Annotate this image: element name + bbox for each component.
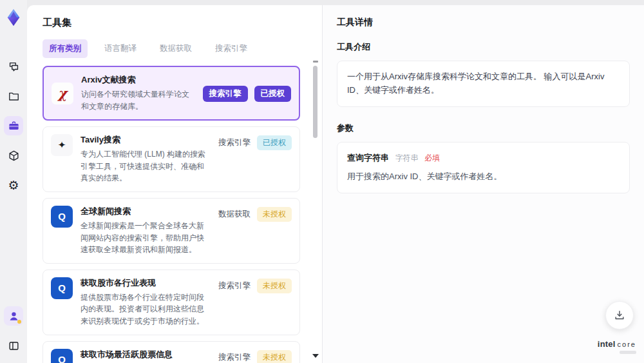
tool-status-badge: 未授权	[257, 207, 292, 222]
scrollbar-thumb[interactable]	[313, 66, 317, 138]
tool-name: Arxiv文献搜索	[81, 74, 195, 86]
param-box: 查询字符串 字符串 必填 用于搜索的Arxiv ID、关键字或作者姓名。	[337, 142, 630, 194]
param-type: 字符串	[395, 153, 419, 162]
user-status-dot	[17, 320, 21, 324]
intel-logo-subline	[620, 351, 636, 354]
tool-category-badge: 数据获取	[218, 209, 251, 220]
tool-detail-panel: 工具详情 工具介绍 一个用于从Arxiv存储库搜索科学论文和文章的工具。 输入可…	[322, 5, 644, 363]
param-required-badge: 必填	[424, 153, 440, 162]
scrollbar-down-arrow-icon[interactable]	[312, 354, 319, 358]
tool-row[interactable]: ✦ Tavily搜索 专为人工智能代理 (LLM) 构建的搜索引擎工具，可快速提…	[43, 126, 300, 192]
tool-category-badge: 搜索引擎	[218, 352, 251, 363]
tool-badges: 数据获取 未授权	[218, 207, 292, 222]
tool-list: χ Arxiv文献搜索 访问各个研究领域大量科学论文和文章的存储库。 搜索引擎 …	[43, 66, 309, 363]
intro-box: 一个用于从Arxiv存储库搜索科学论文和文章的工具。 输入可以是Arxiv ID…	[337, 61, 630, 107]
download-button[interactable]	[605, 301, 634, 329]
page-title: 工具集	[43, 17, 309, 29]
tool-name: 获取股市各行业表现	[80, 277, 211, 289]
tool-badges: 搜索引擎 未授权	[218, 350, 292, 363]
tool-category-badge: 搜索引擎	[203, 86, 248, 102]
intel-logo-text: intel	[598, 339, 616, 349]
app-window: ⚙ 工具集 所有类别 语言翻译 数据获取 搜索引擎 χ	[0, 0, 644, 363]
tool-status-badge: 未授权	[257, 350, 292, 363]
detail-title: 工具详情	[337, 17, 630, 28]
tool-list-panel: 工具集 所有类别 语言翻译 数据获取 搜索引擎 χ Arxiv文献搜索 访问各个…	[27, 5, 322, 363]
tool-text: 全球新闻搜索 全球新闻搜索是一个聚合全球各大新闻网站内容的搜索引擎，帮助用户快速…	[80, 206, 211, 256]
category-tab[interactable]: 语言翻译	[98, 39, 143, 58]
tool-name: 全球新闻搜索	[80, 206, 211, 217]
tool-icon: Q	[51, 349, 73, 363]
tool-category-badge: 搜索引擎	[218, 137, 251, 148]
tool-text: Arxiv文献搜索 访问各个研究领域大量科学论文和文章的存储库。	[81, 74, 195, 112]
category-tab[interactable]: 搜索引擎	[209, 39, 254, 58]
sidebar-panel-icon[interactable]	[4, 336, 23, 355]
tool-row[interactable]: Q 全球新闻搜索 全球新闻搜索是一个聚合全球各大新闻网站内容的搜索引擎，帮助用户…	[43, 198, 300, 264]
tool-status-badge: 已授权	[254, 86, 292, 102]
tool-row[interactable]: Q 获取股市各行业表现 提供股票市场各个行业在特定时间段内的表现。投资者可以利用…	[43, 270, 300, 335]
tool-description: 提供股票市场各个行业在特定时间段内的表现。投资者可以利用这些信息来识别表现优于或…	[80, 291, 211, 328]
tool-description: 专为人工智能代理 (LLM) 构建的搜索引擎工具，可快速提供实时、准确和真实的结…	[80, 148, 211, 184]
tool-icon: Q	[51, 206, 73, 228]
tool-row[interactable]: Q 获取市场最活跃股票信息 提供当天交易量最高的股票列表，投资者可以利用这些信息…	[43, 341, 300, 363]
param-name: 查询字符串	[347, 153, 389, 162]
app-logo-icon[interactable]	[4, 8, 23, 27]
param-description: 用于搜索的Arxiv ID、关键字或作者姓名。	[347, 170, 620, 184]
params-heading: 参数	[337, 123, 630, 134]
tool-text: Tavily搜索 专为人工智能代理 (LLM) 构建的搜索引擎工具，可快速提供实…	[80, 134, 211, 184]
user-profile-icon[interactable]	[4, 306, 23, 326]
tool-text: 获取市场最活跃股票信息 提供当天交易量最高的股票列表，投资者可以利用这些信息来识…	[80, 349, 211, 363]
tool-category-badge: 搜索引擎	[218, 280, 251, 291]
tool-description: 全球新闻搜索是一个聚合全球各大新闻网站内容的搜索引擎，帮助用户快速获取全球最新资…	[80, 220, 211, 256]
tool-icon: ✦	[51, 134, 73, 156]
toolbox-icon[interactable]	[4, 116, 23, 135]
tool-badges: 搜索引擎 未授权	[218, 279, 292, 293]
tool-text: 获取股市各行业表现 提供股票市场各个行业在特定时间段内的表现。投资者可以利用这些…	[80, 277, 211, 328]
category-tab[interactable]: 数据获取	[153, 39, 198, 58]
tool-status-badge: 未授权	[257, 279, 292, 293]
tool-badges: 搜索引擎 已授权	[218, 135, 292, 150]
tool-badges: 搜索引擎 已授权	[203, 86, 292, 102]
tool-status-badge: 已授权	[257, 135, 292, 150]
tool-description: 访问各个研究领域大量科学论文和文章的存储库。	[81, 88, 195, 112]
main-content: 工具集 所有类别 语言翻译 数据获取 搜索引擎 χ Arxiv文献搜索 访问各个…	[27, 5, 644, 363]
tool-icon: Q	[51, 277, 73, 299]
cube-icon[interactable]	[4, 146, 23, 165]
list-scrollbar[interactable]	[312, 59, 319, 358]
tool-icon: χ	[52, 83, 73, 104]
intel-core-logo: intelcore	[598, 338, 636, 354]
tool-row[interactable]: χ Arxiv文献搜索 访问各个研究领域大量科学论文和文章的存储库。 搜索引擎 …	[43, 66, 300, 121]
icon-rail: ⚙	[0, 0, 27, 363]
tool-name: 获取市场最活跃股票信息	[80, 349, 211, 360]
chat-icon[interactable]	[4, 57, 23, 76]
folder-icon[interactable]	[4, 86, 23, 106]
core-logo-text: core	[618, 340, 636, 348]
scrollbar-up-arrow-icon[interactable]	[313, 61, 318, 63]
category-tab-bar: 所有类别 语言翻译 数据获取 搜索引擎	[43, 39, 309, 58]
param-header: 查询字符串 字符串 必填	[347, 152, 620, 165]
intro-heading: 工具介绍	[337, 41, 630, 53]
category-tab[interactable]: 所有类别	[43, 39, 88, 58]
settings-gear-icon[interactable]: ⚙	[4, 175, 23, 195]
tool-name: Tavily搜索	[80, 134, 211, 146]
